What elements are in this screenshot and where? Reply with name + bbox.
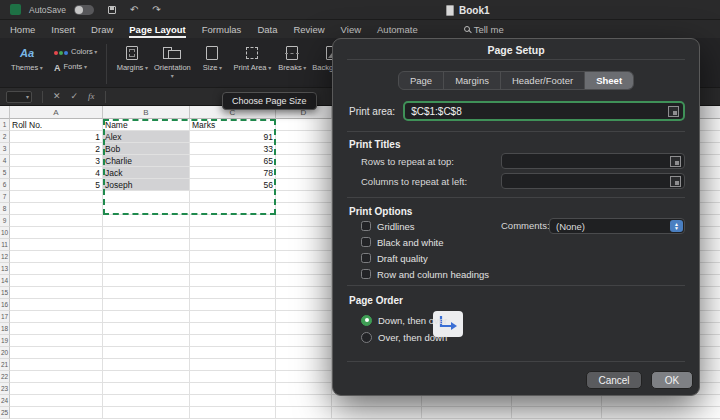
cell-B4[interactable]: Charlie xyxy=(103,155,190,167)
cell-D18[interactable] xyxy=(276,323,332,335)
cell-A5[interactable]: 4 xyxy=(10,167,103,179)
cell-A14[interactable] xyxy=(10,275,103,287)
radio-icon[interactable] xyxy=(361,315,372,326)
ok-button[interactable]: OK xyxy=(651,371,693,389)
column-header-A[interactable]: A xyxy=(10,106,103,119)
cell-D10[interactable] xyxy=(276,227,332,239)
cell-D3[interactable] xyxy=(276,143,332,155)
cell-C14[interactable] xyxy=(190,275,276,287)
checkbox-icon[interactable] xyxy=(361,269,371,279)
cell-B8[interactable] xyxy=(103,203,190,215)
save-icon[interactable] xyxy=(108,6,116,14)
cell-C22[interactable] xyxy=(190,371,276,383)
cell-D5[interactable] xyxy=(276,167,332,179)
ribbon-tab-automate[interactable]: Automate xyxy=(377,20,418,38)
columns-repeat-input[interactable] xyxy=(501,173,685,189)
cell-D15[interactable] xyxy=(276,287,332,299)
cell-A25[interactable] xyxy=(10,407,103,419)
cell-D13[interactable] xyxy=(276,263,332,275)
redo-icon[interactable]: ↷ xyxy=(152,5,160,15)
checkbox-icon[interactable] xyxy=(361,237,371,247)
checkbox-black-and-white[interactable]: Black and white xyxy=(361,235,444,249)
comments-dropdown[interactable]: (None) ▲▼ xyxy=(549,218,685,234)
cell-A4[interactable]: 3 xyxy=(10,155,103,167)
cell-B20[interactable] xyxy=(103,347,190,359)
row-header-5[interactable]: 5 xyxy=(0,167,10,179)
cell-A9[interactable] xyxy=(10,215,103,227)
cell-C7[interactable] xyxy=(190,191,276,203)
themes-button[interactable]: Aa Themes xyxy=(4,41,50,72)
column-header-B[interactable]: B xyxy=(103,106,190,119)
cell-C15[interactable] xyxy=(190,287,276,299)
cell-C23[interactable] xyxy=(190,383,276,395)
cell-A6[interactable]: 5 xyxy=(10,179,103,191)
cell-A16[interactable] xyxy=(10,299,103,311)
row-header-6[interactable]: 6 xyxy=(0,179,10,191)
row-header-3[interactable]: 3 xyxy=(0,143,10,155)
row-header-10[interactable]: 10 xyxy=(0,227,10,239)
row-header-1[interactable]: 1 xyxy=(0,119,10,131)
dialog-tab-margins[interactable]: Margins xyxy=(444,72,501,89)
cell-B19[interactable] xyxy=(103,335,190,347)
name-box[interactable]: ▾ xyxy=(6,91,32,103)
range-selector-icon[interactable] xyxy=(670,176,681,187)
orientation-button[interactable]: Orientation xyxy=(152,41,192,81)
row-header-25[interactable]: 25 xyxy=(0,407,10,419)
row-header-2[interactable]: 2 xyxy=(0,131,10,143)
cell-C24[interactable] xyxy=(190,395,276,407)
row-header-19[interactable]: 19 xyxy=(0,335,10,347)
cell-C18[interactable] xyxy=(190,323,276,335)
row-header-17[interactable]: 17 xyxy=(0,311,10,323)
print-area-input[interactable]: $C$1:$C$8 xyxy=(403,101,685,121)
cell-D25[interactable] xyxy=(276,407,332,419)
row-header-18[interactable]: 18 xyxy=(0,323,10,335)
cell-G24[interactable] xyxy=(512,395,602,407)
cell-D9[interactable] xyxy=(276,215,332,227)
row-header-15[interactable]: 15 xyxy=(0,287,10,299)
cell-C8[interactable] xyxy=(190,203,276,215)
cell-B11[interactable] xyxy=(103,239,190,251)
cell-D2[interactable] xyxy=(276,131,332,143)
size-button[interactable]: Size xyxy=(192,41,232,72)
row-header-21[interactable]: 21 xyxy=(0,359,10,371)
cell-C13[interactable] xyxy=(190,263,276,275)
fonts-button[interactable]: A Fonts xyxy=(50,60,101,75)
cell-B16[interactable] xyxy=(103,299,190,311)
cell-C17[interactable] xyxy=(190,311,276,323)
cell-B24[interactable] xyxy=(103,395,190,407)
cell-D6[interactable] xyxy=(276,179,332,191)
dialog-tab-header-footer[interactable]: Header/Footer xyxy=(501,72,585,89)
cell-C1[interactable]: Marks xyxy=(190,119,276,131)
row-header-11[interactable]: 11 xyxy=(0,239,10,251)
cell-B2[interactable]: Alex xyxy=(103,131,190,143)
row-header-12[interactable]: 12 xyxy=(0,251,10,263)
radio-down-then-over[interactable]: Down, then over xyxy=(361,313,447,327)
cell-B5[interactable]: Jack xyxy=(103,167,190,179)
row-header-7[interactable]: 7 xyxy=(0,191,10,203)
cell-A21[interactable] xyxy=(10,359,103,371)
cell-D14[interactable] xyxy=(276,275,332,287)
cell-C20[interactable] xyxy=(190,347,276,359)
cell-A10[interactable] xyxy=(10,227,103,239)
dialog-tab-page[interactable]: Page xyxy=(399,72,444,89)
cell-F24[interactable] xyxy=(422,395,512,407)
insert-function-icon[interactable]: fx xyxy=(88,92,95,101)
cancel-button[interactable]: Cancel xyxy=(586,371,642,389)
cell-B15[interactable] xyxy=(103,287,190,299)
cell-D17[interactable] xyxy=(276,311,332,323)
cell-C21[interactable] xyxy=(190,359,276,371)
checkbox-icon[interactable] xyxy=(361,221,371,231)
cell-D1[interactable] xyxy=(276,119,332,131)
radio-icon[interactable] xyxy=(361,332,372,343)
cell-C6[interactable]: 56 xyxy=(190,179,276,191)
cell-A20[interactable] xyxy=(10,347,103,359)
cell-B21[interactable] xyxy=(103,359,190,371)
ribbon-tab-view[interactable]: View xyxy=(341,20,361,38)
cell-C16[interactable] xyxy=(190,299,276,311)
cell-A19[interactable] xyxy=(10,335,103,347)
ribbon-tab-draw[interactable]: Draw xyxy=(91,20,113,38)
cell-G25[interactable] xyxy=(512,407,602,419)
ribbon-tab-tell-me[interactable]: Tell me xyxy=(464,20,504,38)
cell-B12[interactable] xyxy=(103,251,190,263)
cell-D11[interactable] xyxy=(276,239,332,251)
